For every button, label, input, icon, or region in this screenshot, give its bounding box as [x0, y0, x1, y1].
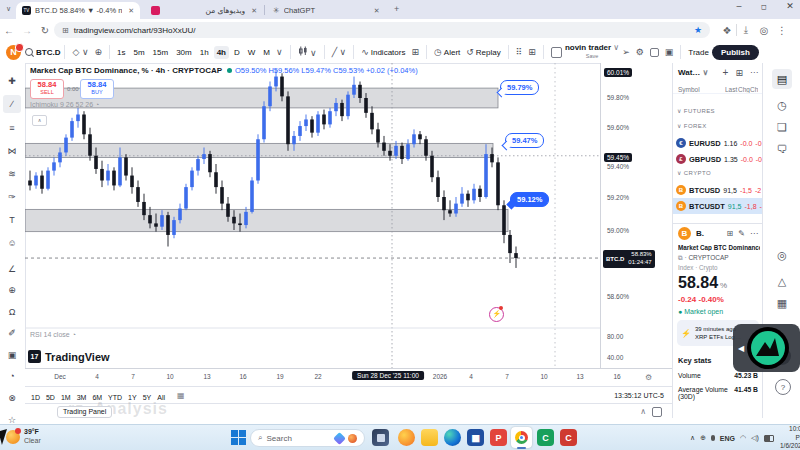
c-app-icon[interactable]: C [560, 429, 577, 446]
column-chgp[interactable]: Chg% [750, 86, 758, 93]
quick-search-icon[interactable]: ➢ [619, 47, 633, 57]
tray-expand-icon[interactable]: ∧ [690, 434, 695, 442]
publish-button[interactable]: Publish [712, 45, 759, 60]
firefox-icon[interactable] [398, 429, 415, 446]
taskbar-search[interactable]: ⌕ Search [250, 429, 365, 447]
panel-maximize-icon[interactable] [652, 407, 662, 417]
start-button[interactable] [230, 429, 247, 446]
layout-name-button[interactable]: novin trader ∨ Save [565, 44, 619, 60]
eye-icon[interactable]: ◔ [95, 101, 99, 108]
volume-icon[interactable]: ◁) [751, 434, 759, 442]
p-app-icon[interactable]: P [490, 429, 507, 446]
user-avatar[interactable]: N [6, 45, 21, 60]
pattern-tool-icon[interactable]: ⋈ [3, 142, 21, 160]
measure-tool-icon[interactable]: ∠ [3, 260, 21, 278]
symbol-title[interactable]: Market Cap BTC Dominance, % [678, 244, 760, 251]
price-chart[interactable] [25, 63, 600, 368]
symbol-edit-icon[interactable]: ✎ [738, 229, 745, 238]
profile-icon[interactable]: ◎ [755, 25, 773, 36]
emoji-tool-icon[interactable]: ☺ [3, 234, 21, 252]
prediction-tool-icon[interactable]: ≋ [3, 165, 21, 183]
ideas-rail-icon[interactable]: △ [772, 271, 792, 291]
edge-icon[interactable] [444, 429, 461, 446]
store-icon[interactable]: ▦ [467, 429, 484, 446]
pip-expand-icon[interactable]: ◀ [738, 344, 744, 353]
symbol-exchange[interactable]: ⧉ · CRYPTOCAP [678, 254, 729, 262]
interval-1h[interactable]: 1h [197, 46, 212, 59]
interval-1s[interactable]: 1s [114, 46, 128, 59]
interval-5m[interactable]: 5m [130, 46, 147, 59]
mic-icon[interactable] [711, 435, 715, 441]
chart-title[interactable]: Market Cap BTC Dominance, % · 4h · CRYPT… [30, 66, 222, 75]
indicators-button[interactable]: ∿ Indicators [358, 47, 408, 57]
interval-15m[interactable]: 15m [150, 46, 172, 59]
replay-button[interactable]: ↺ Replay [463, 47, 503, 57]
wifi-icon[interactable]: ◠ [740, 434, 746, 442]
hide-tool-icon[interactable]: ◔ [3, 367, 21, 385]
task-view-button[interactable] [372, 429, 389, 446]
symbol-search-button[interactable]: BTC.D [25, 48, 60, 57]
alert-button[interactable]: ◷ Alert [431, 47, 463, 57]
tab-tradingview[interactable]: TV BTC.D 58.84% ▼ -0.4% novin t ✕ [16, 2, 140, 19]
watchlist-section-futures[interactable]: ∨ FUTURES [677, 107, 715, 114]
layout-select-icon[interactable] [551, 47, 562, 58]
watchlist-section-forex[interactable]: ∨ FOREX [677, 122, 707, 129]
data-window-rail-icon[interactable]: ❏ [772, 117, 792, 137]
bookmark-star-icon[interactable]: ★ [694, 25, 702, 35]
lock-tool-icon[interactable]: ▣ [3, 346, 21, 364]
tab-close-icon[interactable]: ✕ [128, 7, 134, 15]
drag-handle-icon[interactable]: ⠿ [513, 47, 526, 57]
range-1D[interactable]: 1D [31, 394, 40, 401]
crosshair-icon[interactable]: ✚ [3, 72, 21, 90]
interval-30m[interactable]: 30m [173, 46, 195, 59]
remove-tool-icon[interactable]: ⊗ [3, 389, 21, 407]
price-note-callout[interactable]: 59.12% [510, 192, 549, 207]
ichimoku-legend[interactable]: Ichimoku 9 26 52 26 ◔ [30, 101, 99, 108]
window-maximize-button[interactable]: ◻ [753, 3, 775, 11]
buy-button[interactable]: 58.84BUY [80, 79, 114, 99]
calendar-rail-icon[interactable]: ▦ [772, 293, 792, 313]
rsi-legend[interactable]: RSI 14 close ◔ [30, 331, 76, 338]
interval-D[interactable]: D [231, 46, 243, 59]
watchlist-add-icon[interactable]: + [723, 67, 729, 78]
tab-chatgpt[interactable]: ✳ ChatGPT ✕ [267, 2, 387, 19]
tab-close-icon[interactable]: ✕ [374, 7, 380, 15]
price-note-callout[interactable]: 59.79% [500, 80, 539, 95]
clock-utc[interactable]: 13:35:12 UTC-5 [614, 392, 664, 399]
brush-tool-icon[interactable]: ✑ [3, 188, 21, 206]
taskbar-clock[interactable]: 10:05 PM1/6/2026 [779, 425, 800, 450]
go-to-date-icon[interactable]: ▦ [177, 391, 185, 400]
window-minimize-button[interactable]: – [728, 1, 750, 11]
save-layout-label[interactable]: Save [586, 53, 599, 59]
hotlists-rail-icon[interactable]: ◎ [772, 245, 792, 265]
line-tools-icon[interactable]: ╱ ∨ [329, 47, 350, 57]
tab-close-icon[interactable]: ✕ [251, 7, 257, 15]
tab-search-icon[interactable]: ∨ [6, 5, 11, 13]
watchlist-grid-icon[interactable]: ⊞ [735, 68, 743, 78]
price-note-callout[interactable]: 59.47% [505, 133, 544, 148]
column-symbol[interactable]: Symbol [678, 86, 700, 93]
help-rail-icon[interactable]: ? [775, 379, 791, 395]
layout-grid-icon[interactable]: ⊞ [525, 47, 539, 57]
price-axis[interactable]: 60.01%59.80%59.60%59.45%59.40%59.20%59.0… [600, 63, 673, 368]
back-icon[interactable]: ← [0, 25, 18, 36]
forward-icon[interactable]: → [18, 25, 36, 36]
camtasia-icon[interactable]: C [537, 429, 554, 446]
chat-rail-icon[interactable]: 🗨 [772, 139, 792, 159]
interval-dropdown-icon[interactable]: ∨ [273, 47, 286, 57]
network-icon[interactable]: ⊕ [700, 434, 706, 442]
battery-icon[interactable] [764, 435, 774, 442]
sell-button[interactable]: 58.84SELL [30, 79, 64, 99]
tradingview-logo[interactable]: 17 TradingView [28, 350, 110, 363]
axis-settings-gear-icon[interactable]: ⚙ [645, 373, 652, 382]
panel-collapse-icon[interactable]: ∧ [640, 407, 646, 416]
window-close-button[interactable]: ✕ [779, 1, 800, 11]
trading-panel-button[interactable]: Trading Panel [57, 406, 112, 418]
site-info-icon[interactable]: ⊞ [62, 26, 69, 35]
watchlist-row-btcusd[interactable]: BBTCUSD91,5-1,5-2 [673, 182, 763, 198]
watchlist-menu-icon[interactable]: ⋯ [750, 68, 758, 77]
pip-overlay[interactable]: ◀ [733, 324, 800, 372]
eye-icon[interactable]: ◔ [72, 331, 76, 338]
range-5D[interactable]: 5D [46, 394, 55, 401]
trend-line-icon[interactable]: ∕ [3, 95, 21, 113]
